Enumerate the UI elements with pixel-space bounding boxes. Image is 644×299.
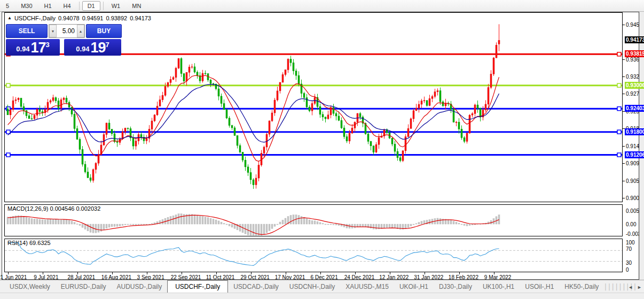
volume-control: ▼ ▲ [49,24,85,38]
timeframe-button-m30[interactable]: M30 [15,1,37,11]
tab-separator: │ [604,283,608,293]
chart-tab-bar: USDX,WeeklyEURUSD-,DailyAUDUSD-,DailyUSD… [0,280,644,293]
chart-window: ▲ USDCHF-,Daily 0.94078 0.94591 0.93892 … [2,12,639,280]
price-tick [622,25,625,25]
tab-eurusd-daily[interactable]: EURUSD-,Daily [56,281,112,293]
tab-separator: │ [611,283,615,293]
price-tick [622,163,625,164]
rsi-axis-label: 70 [626,246,632,252]
tab-ukoil-h1[interactable]: UKOil-,H1 [394,281,434,293]
price-tick [622,198,625,198]
tab-scroll-right-icon[interactable]: ► [637,285,642,290]
ohlc-open: 0.94078 [58,15,80,21]
ohlc-high: 0.94591 [82,15,104,21]
hline-price-badge: 0.91206 [625,151,644,158]
chart-symbol-period: USDCHF-,Daily [14,15,56,21]
toolbar-separator [79,2,80,10]
macd-axis-label: 0.00 [626,221,636,227]
rsi-axis-label: 30 [626,260,632,266]
tab-dj30-daily[interactable]: DJ30-,Daily [434,281,477,293]
current-price-badge: 0.94173 [625,36,644,43]
tab-usdcnh-daily[interactable]: USDCNH-,Daily [284,281,340,293]
macd-caption: MACD(12,26,9) 0.004546 0.002032 [7,205,100,212]
timeframe-toolbar: 5M30H1H4D1W1MN [0,0,644,12]
status-bar [0,293,644,299]
sell-button[interactable]: SELL [6,24,48,38]
timeframe-button-5[interactable]: 5 [1,1,14,11]
buy-price-main: 19 [91,41,106,55]
tab-separator: │ [615,283,619,293]
hline-price-badge: 0.91800 [625,128,644,135]
sell-price-prefix: 0.94 [16,44,29,55]
tab-uk100-h1[interactable]: UK100-,H1 [477,281,520,293]
sell-price-main: 17 [31,41,46,55]
ohlc-close: 0.94173 [130,15,151,21]
price-tick [622,76,625,77]
timeframe-button-w1[interactable]: W1 [106,1,126,11]
tab-usdcad-daily[interactable]: USDCAD-,Daily [228,281,284,293]
tab-separator: │ [608,283,611,293]
tab-scroll-left-icon[interactable]: ◄ [628,285,633,290]
tab-separator: │ [619,283,623,293]
tab-separator: │ [623,283,626,293]
rsi-panel[interactable] [4,239,623,272]
price-tick [622,146,625,147]
toolbar-separator [103,2,104,10]
tab-usdx-weekly[interactable]: USDX,Weekly [4,281,56,293]
date-axis[interactable]: 21 Jun 20219 Jul 202128 Jul 202116 Aug 2… [4,272,623,280]
volume-input[interactable] [57,25,77,37]
price-tick [622,59,625,60]
buy-button[interactable]: BUY [86,24,122,38]
hline-price-badge: 0.92403 [625,105,644,112]
buy-price-pip: 7 [106,41,109,49]
timeframe-button-mn[interactable]: MN [127,1,146,11]
rsi-caption: RSI(14) 69.6325 [7,240,51,246]
rsi-axis-label: 100 [626,240,635,246]
sell-price-pip: 3 [46,41,50,49]
price-tick [622,181,625,181]
one-click-trading-panel: SELL ▼ ▲ BUY 0.94 17 3 0.94 19 7 [6,24,121,56]
sell-price-box[interactable]: 0.94 17 3 [6,39,60,56]
tab-usoil-h1[interactable]: USOil-,H1 [520,281,559,293]
timeframe-button-h1[interactable]: H1 [39,1,57,11]
hline-price-badge: 0.93815 [625,50,644,57]
timeframe-button-d1[interactable]: D1 [82,1,100,11]
buy-price-prefix: 0.94 [76,44,89,55]
volume-decrease-button[interactable]: ▼ [49,25,57,37]
tab-xauusd-m15[interactable]: XAUUSD-,M15 [340,281,394,293]
chart-header: ▲ USDCHF-,Daily 0.94078 0.94591 0.93892 … [7,15,151,21]
price-tick [622,94,625,94]
volume-increase-button[interactable]: ▲ [77,25,84,37]
rsi-axis-label: 0 [626,267,629,273]
tab-hk50-daily[interactable]: HK50-,Daily [559,281,604,293]
hline-price-badge: 0.93006 [625,82,644,89]
timeframe-button-h4[interactable]: H4 [58,1,76,11]
collapse-triangle-icon[interactable]: ▲ [7,16,12,20]
tab-usdchf-daily[interactable]: USDCHF-,Daily [167,280,228,293]
buy-price-box[interactable]: 0.94 19 7 [64,39,121,56]
ohlc-low: 0.93892 [106,15,127,21]
tab-audusd-daily[interactable]: AUDUSD-,Daily [111,281,167,293]
